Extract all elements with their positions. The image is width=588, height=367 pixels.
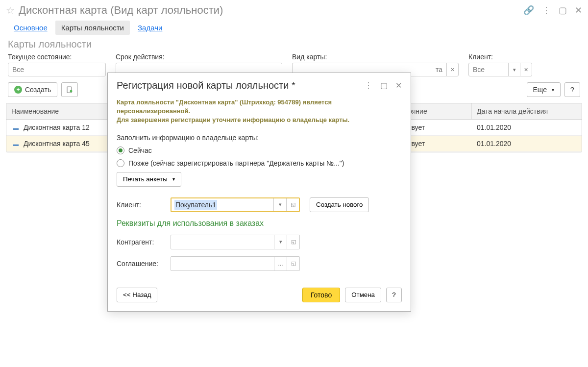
contractor-input[interactable] [171, 235, 274, 249]
radio-now[interactable]: Сейчас [117, 147, 402, 154]
col-start-date[interactable]: Дата начала действия [472, 103, 582, 119]
copy-button[interactable] [61, 82, 78, 97]
svg-point-1 [70, 90, 73, 93]
cancel-button[interactable]: Отмена [345, 288, 381, 302]
radio-now-icon [117, 147, 124, 154]
help-button[interactable]: ? [564, 82, 580, 97]
agreement-input[interactable] [171, 257, 274, 270]
back-button[interactable]: << Назад [117, 288, 157, 302]
filter-client-value: Все [469, 66, 508, 73]
help-label: ? [570, 86, 574, 94]
radio-later[interactable]: Позже (сейчас зарегистрировать партнера … [117, 159, 402, 167]
filter-client-dropdown[interactable]: Все ▾ ✕ [468, 63, 532, 76]
agreement-open-icon[interactable]: ◱ [287, 257, 299, 270]
card-icon: ▬ [13, 125, 19, 131]
caret-down-icon: ▾ [172, 176, 175, 182]
row-name: Дисконтная карта 45 [24, 140, 90, 147]
agreement-input-combo[interactable]: … ◱ [171, 256, 300, 271]
register-card-modal: Регистрация новой карты лояльности * ⋮ ▢… [107, 73, 411, 312]
radio-now-label: Сейчас [128, 147, 152, 154]
titlebar: ☆ Дисконтная карта (Вид карт лояльности)… [0, 0, 588, 21]
row-name: Дисконтная карта 12 [24, 123, 90, 131]
print-form-button[interactable]: Печать анкеты ▾ [117, 172, 181, 187]
plus-icon: + [14, 86, 22, 94]
modal-more-icon[interactable]: ⋮ [365, 81, 372, 90]
done-button[interactable]: Готово [302, 288, 340, 302]
done-label: Готово [311, 291, 332, 299]
contractor-label: Контрагент: [117, 238, 166, 246]
modal-maximize-icon[interactable]: ▢ [380, 81, 388, 90]
section-title: Карты лояльности [0, 39, 588, 53]
row-start: 01.01.2020 [472, 120, 582, 135]
filter-validity-label: Срок действия: [116, 53, 282, 61]
filter-client-clear-icon[interactable]: ✕ [520, 63, 532, 76]
modal-hint-line1: Карта лояльности "Дисконтная карта" (Штр… [117, 98, 402, 116]
radio-later-icon [117, 159, 124, 167]
filter-state-dropdown[interactable]: Все [8, 63, 106, 76]
filter-client-label: Клиент: [468, 53, 532, 61]
client-input-combo[interactable]: Покупатель1 ▾ ◱ [171, 197, 300, 212]
filter-state-label: Текущее состояние: [8, 53, 106, 61]
filter-client-caret-icon[interactable]: ▾ [508, 63, 520, 76]
back-label: << Назад [123, 291, 151, 298]
tab-loyalty-cards[interactable]: Карты лояльности [55, 21, 130, 35]
more-vert-icon[interactable]: ⋮ [542, 5, 551, 16]
close-icon[interactable]: ✕ [575, 5, 582, 16]
cancel-label: Отмена [351, 291, 375, 298]
contractor-open-icon[interactable]: ◱ [287, 235, 299, 249]
modal-footer: << Назад Готово Отмена ? [117, 278, 402, 302]
row-state: твует [403, 120, 472, 135]
modal-hint: Карта лояльности "Дисконтная карта" (Штр… [117, 98, 402, 125]
col-state[interactable]: ояние [403, 103, 472, 119]
document-icon [66, 86, 74, 94]
filter-cardtype-clear-icon[interactable]: ✕ [446, 63, 458, 76]
modal-title: Регистрация новой карты лояльности * [117, 80, 357, 91]
tabs: Основное Карты лояльности Задачи [0, 21, 588, 39]
agreement-label: Соглашение: [117, 260, 166, 268]
filter-cardtype-label: Вид карты: [292, 53, 459, 61]
client-dropdown-icon[interactable]: ▾ [273, 198, 286, 211]
modal-help-button[interactable]: ? [386, 288, 402, 302]
create-new-label: Создать нового [316, 201, 363, 208]
row-start: 01.01.2020 [472, 136, 582, 151]
tab-main[interactable]: Основное [8, 21, 53, 35]
agreement-ellipsis-icon[interactable]: … [274, 257, 287, 270]
more-button[interactable]: Еще ▾ [527, 82, 561, 97]
row-state: твует [403, 136, 472, 151]
create-button[interactable]: + Создать [8, 82, 57, 97]
create-button-label: Создать [25, 86, 51, 94]
fill-owner-label: Заполнить информацию о владельце карты: [117, 134, 402, 142]
modal-hint-line2: Для завершения регистрации уточните инфо… [117, 116, 402, 124]
order-requisites-heading: Реквизиты для использования в заказах [117, 219, 402, 228]
link-icon[interactable]: 🔗 [523, 5, 534, 16]
contractor-input-combo[interactable]: ▾ ◱ [171, 235, 300, 249]
favorite-star-icon[interactable]: ☆ [6, 4, 15, 16]
client-value: Покупатель1 [174, 200, 217, 210]
create-new-client-button[interactable]: Создать нового [310, 197, 369, 212]
contractor-dropdown-icon[interactable]: ▾ [274, 235, 287, 249]
maximize-icon[interactable]: ▢ [559, 5, 567, 16]
modal-header: Регистрация новой карты лояльности * ⋮ ▢… [108, 73, 411, 96]
modal-help-label: ? [392, 291, 395, 298]
client-open-icon[interactable]: ◱ [286, 198, 299, 211]
radio-later-label: Позже (сейчас зарегистрировать партнера … [128, 159, 344, 167]
more-button-label: Еще [533, 86, 547, 94]
print-form-label: Печать анкеты [123, 175, 168, 183]
modal-close-icon[interactable]: ✕ [395, 81, 402, 90]
caret-down-icon: ▾ [552, 87, 554, 93]
client-label: Клиент: [117, 201, 166, 209]
tab-tasks[interactable]: Задачи [132, 21, 168, 35]
filter-state-value: Все [8, 66, 105, 73]
window-title: Дисконтная карта (Вид карт лояльности) [19, 4, 515, 17]
card-icon: ▬ [13, 141, 19, 147]
